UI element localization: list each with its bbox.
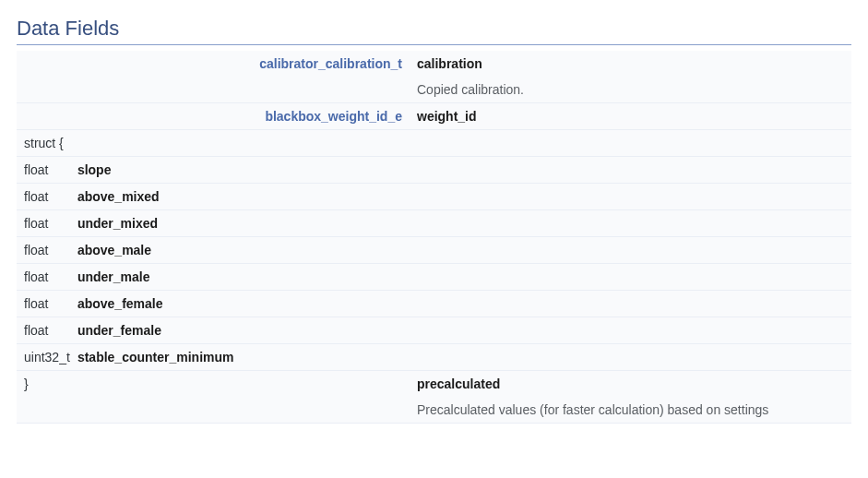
field-name[interactable]: slope xyxy=(77,162,112,177)
struct-close: } xyxy=(24,376,29,391)
field-name[interactable]: calibration xyxy=(417,56,482,71)
table-row: Precalculated values (for faster calcula… xyxy=(17,397,851,424)
table-row: float under_male xyxy=(17,264,851,291)
type-text: float xyxy=(24,189,70,204)
table-row: float above_mixed xyxy=(17,184,851,210)
type-text: float xyxy=(24,323,70,338)
table-row: float above_female xyxy=(17,291,851,317)
field-name[interactable]: above_male xyxy=(77,243,151,257)
table-row: float slope xyxy=(17,157,851,184)
field-name[interactable]: under_male xyxy=(77,269,150,284)
struct-open: struct { xyxy=(24,136,64,150)
table-row: uint32_t stable_counter_minimum xyxy=(17,344,851,371)
field-description: Precalculated values (for faster calcula… xyxy=(417,402,768,417)
type-text: float xyxy=(24,162,70,177)
section-heading: Data Fields xyxy=(17,17,851,45)
table-row: float above_male xyxy=(17,237,851,264)
field-name[interactable]: precalculated xyxy=(417,376,500,391)
type-text: float xyxy=(24,296,70,311)
type-text: uint32_t xyxy=(24,350,70,364)
type-link[interactable]: calibrator_calibration_t xyxy=(259,56,402,71)
field-name[interactable]: under_female xyxy=(77,323,161,338)
table-row: float under_female xyxy=(17,317,851,344)
type-link[interactable]: blackbox_weight_id_e xyxy=(265,109,402,124)
table-row: blackbox_weight_id_eweight_id xyxy=(17,103,851,130)
table-row: }precalculated xyxy=(17,371,851,398)
type-text: float xyxy=(24,269,70,284)
type-text: float xyxy=(24,243,70,257)
table-row: struct { xyxy=(17,130,851,157)
field-name[interactable]: above_mixed xyxy=(77,189,160,204)
table-row: Copied calibration. xyxy=(17,77,851,103)
field-description: Copied calibration. xyxy=(417,82,524,97)
field-name[interactable]: weight_id xyxy=(417,109,477,124)
field-name[interactable]: above_female xyxy=(77,296,163,311)
field-name[interactable]: under_mixed xyxy=(77,216,158,231)
table-row: float under_mixed xyxy=(17,210,851,237)
type-text: float xyxy=(24,216,70,231)
table-row: calibrator_calibration_tcalibration xyxy=(17,51,851,77)
field-name[interactable]: stable_counter_minimum xyxy=(77,350,234,364)
data-fields-table: calibrator_calibration_tcalibrationCopie… xyxy=(17,51,851,424)
